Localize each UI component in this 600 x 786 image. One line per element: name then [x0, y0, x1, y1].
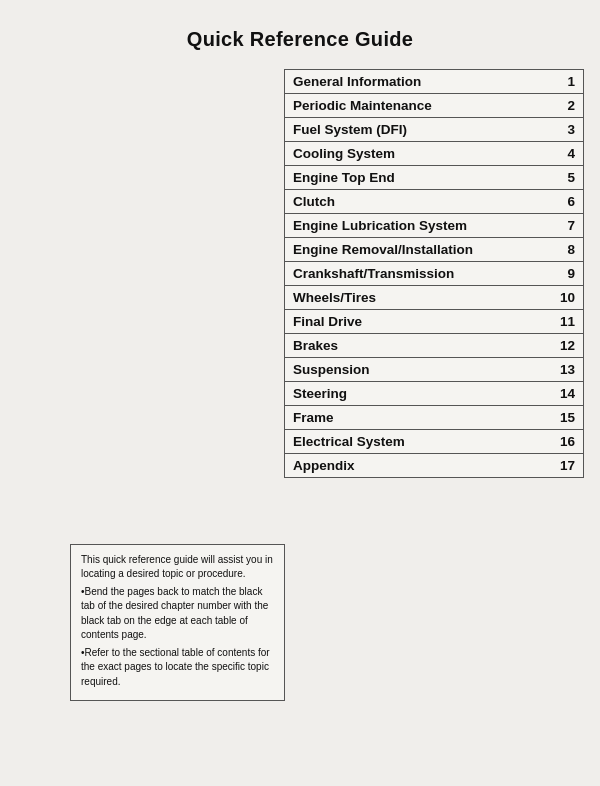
- note-line: •Refer to the sectional table of content…: [81, 646, 274, 690]
- chapter-title: Cooling System: [285, 142, 552, 166]
- chapter-number: 2: [552, 94, 584, 118]
- toc-row[interactable]: Steering14: [285, 382, 584, 406]
- chapter-number: 8: [552, 238, 584, 262]
- toc-table: General Information1Periodic Maintenance…: [284, 69, 584, 478]
- chapter-title: Engine Removal/Installation: [285, 238, 552, 262]
- toc-row[interactable]: Electrical System16: [285, 430, 584, 454]
- toc-row[interactable]: Cooling System4: [285, 142, 584, 166]
- note-box: This quick reference guide will assist y…: [70, 544, 285, 702]
- chapter-title: Periodic Maintenance: [285, 94, 552, 118]
- chapter-number: 16: [552, 430, 584, 454]
- chapter-number: 3: [552, 118, 584, 142]
- toc-row[interactable]: Suspension13: [285, 358, 584, 382]
- chapter-title: Frame: [285, 406, 552, 430]
- chapter-number: 5: [552, 166, 584, 190]
- chapter-title: Electrical System: [285, 430, 552, 454]
- chapter-number: 6: [552, 190, 584, 214]
- toc-area: General Information1Periodic Maintenance…: [0, 69, 600, 478]
- chapter-title: Clutch: [285, 190, 552, 214]
- toc-row[interactable]: Appendix17: [285, 454, 584, 478]
- note-line: This quick reference guide will assist y…: [81, 553, 274, 582]
- chapter-title: Appendix: [285, 454, 552, 478]
- toc-row[interactable]: Periodic Maintenance2: [285, 94, 584, 118]
- chapter-title: Suspension: [285, 358, 552, 382]
- chapter-title: Brakes: [285, 334, 552, 358]
- chapter-title: Fuel System (DFI): [285, 118, 552, 142]
- chapter-title: Final Drive: [285, 310, 552, 334]
- toc-row[interactable]: Brakes12: [285, 334, 584, 358]
- page-title: Quick Reference Guide: [0, 0, 600, 69]
- chapter-number: 15: [552, 406, 584, 430]
- toc-row[interactable]: Engine Lubrication System7: [285, 214, 584, 238]
- toc-row[interactable]: Frame15: [285, 406, 584, 430]
- chapter-title: General Information: [285, 70, 552, 94]
- toc-row[interactable]: Engine Removal/Installation8: [285, 238, 584, 262]
- chapter-number: 7: [552, 214, 584, 238]
- chapter-number: 12: [552, 334, 584, 358]
- toc-row[interactable]: General Information1: [285, 70, 584, 94]
- chapter-title: Crankshaft/Transmission: [285, 262, 552, 286]
- chapter-title: Engine Top End: [285, 166, 552, 190]
- chapter-number: 9: [552, 262, 584, 286]
- toc-row[interactable]: Fuel System (DFI)3: [285, 118, 584, 142]
- toc-row[interactable]: Final Drive11: [285, 310, 584, 334]
- chapter-number: 14: [552, 382, 584, 406]
- chapter-title: Wheels/Tires: [285, 286, 552, 310]
- chapter-number: 10: [552, 286, 584, 310]
- toc-row[interactable]: Wheels/Tires10: [285, 286, 584, 310]
- chapter-number: 17: [552, 454, 584, 478]
- toc-row[interactable]: Engine Top End5: [285, 166, 584, 190]
- chapter-number: 1: [552, 70, 584, 94]
- chapter-number: 11: [552, 310, 584, 334]
- note-line: •Bend the pages back to match the black …: [81, 585, 274, 643]
- chapter-number: 4: [552, 142, 584, 166]
- chapter-title: Steering: [285, 382, 552, 406]
- chapter-title: Engine Lubrication System: [285, 214, 552, 238]
- toc-row[interactable]: Crankshaft/Transmission9: [285, 262, 584, 286]
- toc-row[interactable]: Clutch6: [285, 190, 584, 214]
- chapter-number: 13: [552, 358, 584, 382]
